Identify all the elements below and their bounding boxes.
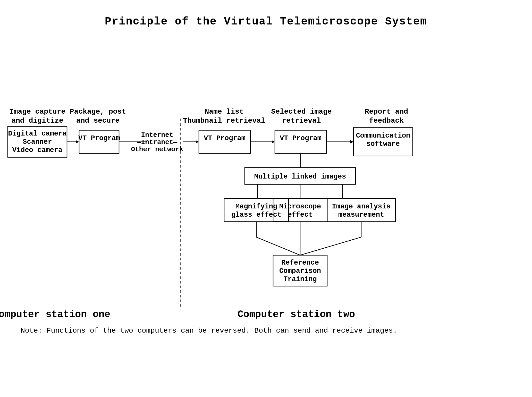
- svg-text:VT Program: VT Program: [280, 134, 322, 142]
- svg-text:Magnifying: Magnifying: [235, 203, 277, 210]
- svg-text:Note: Functions of the two com: Note: Functions of the two computers can…: [21, 327, 397, 335]
- svg-text:Digital camera: Digital camera: [8, 130, 67, 138]
- svg-text:—Intranet—: —Intranet—: [137, 138, 177, 146]
- svg-text:Video camera: Video camera: [12, 146, 62, 154]
- svg-text:Image analysis: Image analysis: [332, 203, 391, 210]
- svg-text:retrieval: retrieval: [282, 117, 321, 125]
- svg-text:measurement: measurement: [338, 211, 384, 219]
- svg-marker-23: [196, 140, 199, 143]
- svg-text:VT Program: VT Program: [204, 134, 246, 142]
- svg-marker-27: [272, 140, 275, 143]
- svg-text:Report and: Report and: [365, 108, 408, 116]
- svg-text:Training: Training: [283, 275, 317, 283]
- svg-text:effect: effect: [288, 211, 313, 219]
- svg-text:Internet: Internet: [141, 131, 173, 139]
- svg-text:Scanner: Scanner: [23, 138, 52, 146]
- svg-text:Thumbnail retrieval: Thumbnail retrieval: [183, 117, 265, 125]
- svg-line-51: [256, 237, 300, 255]
- svg-text:Selected image: Selected image: [271, 108, 332, 116]
- svg-text:Image capture: Image capture: [9, 108, 65, 116]
- svg-text:Microscope: Microscope: [279, 203, 321, 210]
- svg-text:software: software: [366, 140, 400, 148]
- svg-text:and digitize: and digitize: [11, 117, 63, 125]
- svg-text:Name list: Name list: [205, 108, 243, 116]
- svg-text:feedback: feedback: [369, 117, 404, 125]
- svg-text:Computer  station  two: Computer station two: [238, 309, 355, 320]
- svg-text:Reference: Reference: [281, 259, 319, 267]
- svg-line-54: [300, 237, 361, 255]
- svg-text:Computer  station  one: Computer station one: [0, 309, 110, 320]
- svg-text:Comparison: Comparison: [279, 267, 321, 275]
- svg-marker-31: [350, 140, 353, 143]
- svg-text:VT Program: VT Program: [78, 134, 120, 142]
- svg-text:Package, post: Package, post: [70, 108, 126, 116]
- svg-text:Multiple linked images: Multiple linked images: [254, 173, 346, 181]
- svg-text:glass effect: glass effect: [231, 211, 281, 219]
- svg-text:and secure: and secure: [76, 117, 120, 125]
- svg-text:Communication: Communication: [356, 132, 410, 140]
- svg-text:Other network: Other network: [131, 146, 183, 153]
